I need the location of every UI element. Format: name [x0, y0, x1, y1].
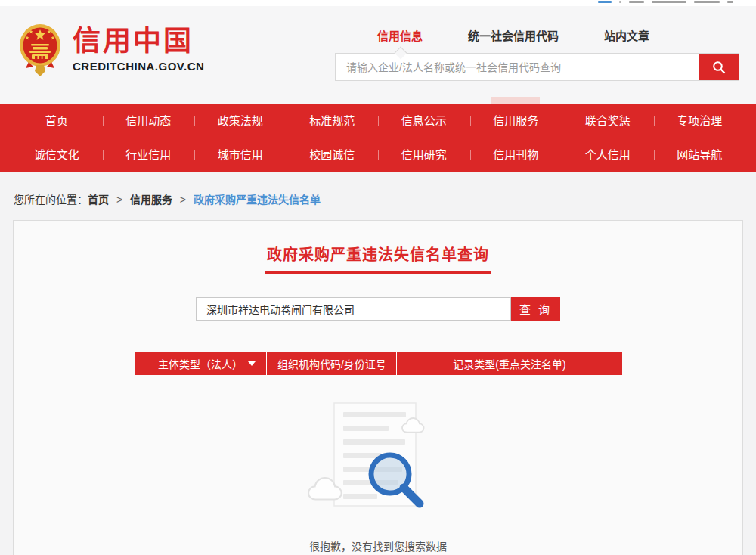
query-row: 查 询: [14, 297, 742, 321]
clipped-top-link[interactable]: [652, 1, 686, 3]
nav-item[interactable]: 网站导航: [654, 138, 746, 172]
nav-item[interactable]: 联合奖惩: [562, 104, 654, 138]
clipped-top-link[interactable]: [694, 1, 720, 3]
nav-item[interactable]: 政策法规: [194, 104, 287, 138]
nav-item[interactable]: 标准规范: [287, 104, 379, 138]
header-search-button[interactable]: [699, 54, 739, 80]
nav-item[interactable]: 信用研究: [378, 138, 470, 172]
chevron-down-icon: [248, 361, 256, 366]
breadcrumb-credit-service[interactable]: 信用服务: [130, 194, 172, 206]
no-results-illustration: [295, 393, 461, 522]
nav-item[interactable]: 行业信用: [103, 138, 195, 172]
nav-item[interactable]: 信息公示: [378, 104, 470, 138]
breadcrumb-separator: >: [180, 194, 186, 206]
brand-domain: CREDITCHINA.GOV.CN: [73, 60, 204, 73]
nav-item[interactable]: 信用服务: [470, 104, 562, 138]
nav-item[interactable]: 专项治理: [654, 104, 746, 138]
column-subject-type[interactable]: 主体类型（法人）: [135, 352, 267, 375]
header-searchbox: [335, 53, 739, 81]
main-nav: 首页信用动态政策法规标准规范信息公示信用服务联合奖惩专项治理 诚信文化行业信用城…: [0, 104, 756, 172]
nav-item[interactable]: 信用动态: [103, 104, 195, 138]
clipped-top-link[interactable]: [629, 1, 644, 3]
company-query-input[interactable]: [196, 297, 511, 321]
top-strip: [0, 0, 756, 6]
clipped-top-link[interactable]: [619, 1, 621, 3]
site-logo[interactable]: 信用中国 CREDITCHINA.GOV.CN: [18, 23, 204, 77]
tab-site-articles[interactable]: 站内文章: [604, 27, 649, 43]
top-strip-links: [590, 0, 733, 6]
search-tabs: 信用信息 统一社会信用代码 站内文章: [335, 27, 739, 43]
nav-item[interactable]: 城市信用: [194, 138, 287, 172]
nav-item[interactable]: 诚信文化: [11, 138, 103, 172]
query-panel: 政府采购严重违法失信名单查询 查 询 主体类型（法人） 组织机构代码/身份证号 …: [13, 220, 743, 555]
nav-item[interactable]: 信用刊物: [470, 138, 562, 172]
breadcrumb-current-page[interactable]: 政府采购严重违法失信名单: [194, 194, 321, 206]
breadcrumb: 您所在的位置：首页 > 信用服务 > 政府采购严重违法失信名单: [14, 191, 756, 206]
column-record-type: 记录类型(重点关注名单): [396, 352, 621, 375]
result-column-headers: 主体类型（法人） 组织机构代码/身份证号 记录类型(重点关注名单): [135, 352, 622, 375]
query-button[interactable]: 查 询: [511, 297, 560, 321]
breadcrumb-prefix: 您所在的位置：: [14, 194, 88, 206]
clipped-top-link[interactable]: [727, 1, 733, 3]
column-label: 主体类型（法人）: [158, 356, 243, 371]
nav-item[interactable]: 首页: [11, 104, 103, 138]
site-header: 信用中国 CREDITCHINA.GOV.CN 信用信息 统一社会信用代码 站内…: [0, 6, 756, 104]
breadcrumb-separator: >: [116, 194, 122, 206]
tab-credit-info[interactable]: 信用信息: [377, 27, 423, 43]
breadcrumb-home[interactable]: 首页: [88, 194, 109, 206]
column-org-code-id: 组织机构代码/身份证号: [266, 352, 396, 375]
nav-row-1: 首页信用动态政策法规标准规范信息公示信用服务联合奖惩专项治理: [0, 104, 756, 138]
nav-item[interactable]: 个人信用: [562, 138, 654, 172]
search-icon: [711, 60, 727, 75]
tab-unified-social-credit-code[interactable]: 统一社会信用代码: [468, 27, 559, 43]
nav-item[interactable]: 校园诚信: [287, 138, 379, 172]
empty-result-message: 很抱歉，没有找到您搜索数据: [14, 538, 742, 553]
brand-title: 信用中国: [73, 27, 204, 57]
nav-row-2: 诚信文化行业信用城市信用校园诚信信用研究信用刊物个人信用网站导航: [0, 138, 756, 172]
clipped-top-link[interactable]: [598, 1, 612, 3]
national-emblem-icon: [18, 23, 62, 77]
column-label: 组织机构代码/身份证号: [277, 356, 386, 371]
header-search-input[interactable]: [336, 54, 699, 80]
header-search-area: 信用信息 统一社会信用代码 站内文章: [335, 6, 739, 81]
column-label: 记录类型(重点关注名单): [453, 356, 565, 371]
page-title: 政府采购严重违法失信名单查询: [265, 243, 491, 274]
